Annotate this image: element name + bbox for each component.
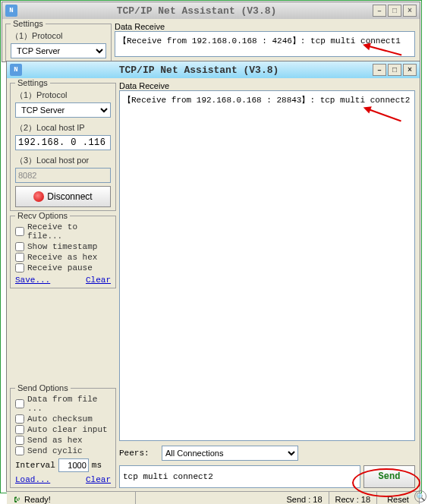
data-receive-label: Data Receive xyxy=(119,81,415,90)
localip-input[interactable] xyxy=(15,135,111,150)
disconnect-button[interactable]: Disconnect xyxy=(15,186,111,207)
receive-textarea[interactable]: 【Receive from 192.168.0.168 : 28843】: tc… xyxy=(119,90,415,441)
send-options-legend: Send Options xyxy=(15,383,71,392)
peers-select[interactable]: All Connections xyxy=(162,446,298,461)
auto-clear-input-checkbox[interactable]: Auto clear input xyxy=(15,425,111,434)
zoom-icon[interactable]: 🔍 xyxy=(414,490,426,502)
app-icon: N xyxy=(5,5,17,17)
send-as-hex-checkbox[interactable]: Send as hex xyxy=(15,436,111,445)
status-send: Send : 18 xyxy=(280,492,329,504)
disconnect-label: Disconnect xyxy=(47,191,92,202)
settings-legend: Settings xyxy=(11,19,46,28)
annotation-ellipse-send xyxy=(352,468,420,497)
settings-fieldset: Settings （1）Protocol TCP Server （2）Local… xyxy=(10,83,116,211)
protocol-label: （1）Protocol xyxy=(11,30,106,42)
window-back: N TCP/IP Net Assistant (V3.8) – □ × Sett… xyxy=(2,2,420,62)
show-timestamp-checkbox[interactable]: Show timestamp xyxy=(15,242,111,251)
minimize-button[interactable]: – xyxy=(373,64,386,76)
recv-as-hex-checkbox[interactable]: Receive as hex xyxy=(15,253,111,262)
recv-save-link[interactable]: Save... xyxy=(15,276,50,285)
app-title: TCP/IP Net Assistant (V3.8) xyxy=(20,5,373,17)
peers-label: Peers: xyxy=(119,449,156,458)
auto-checksum-checkbox[interactable]: Auto checksum xyxy=(15,414,111,424)
localport-label: （3）Local host por xyxy=(15,155,111,166)
minimize-button[interactable]: – xyxy=(373,5,386,17)
window-front: N TCP/IP Net Assistant (V3.8) – □ × Sett… xyxy=(6,61,420,492)
settings-legend: Settings xyxy=(15,78,50,87)
maximize-button[interactable]: □ xyxy=(388,64,401,76)
ready-icon: 🕼 xyxy=(13,495,21,504)
send-input[interactable] xyxy=(119,465,360,488)
recv-to-file-checkbox[interactable]: Receive to file... xyxy=(15,222,111,241)
localport-input[interactable] xyxy=(15,168,111,183)
data-from-file-checkbox[interactable]: Data from file ... xyxy=(15,395,111,413)
recv-options-legend: Recv Options xyxy=(15,211,70,220)
settings-fieldset-back: Settings （1）Protocol TCP Server xyxy=(5,24,112,62)
send-load-link[interactable]: Load... xyxy=(15,475,50,484)
send-cyclic-checkbox[interactable]: Send cyclic xyxy=(15,446,111,455)
statusbar: 🕼Ready! Send : 18 Recv : 18 Reset xyxy=(7,491,420,504)
disconnect-icon xyxy=(33,191,44,202)
app-icon: N xyxy=(10,64,22,76)
recv-pause-checkbox[interactable]: Receive pause xyxy=(15,263,111,272)
maximize-button[interactable]: □ xyxy=(388,5,401,17)
send-clear-link[interactable]: Clear xyxy=(86,475,111,484)
interval-label: Interval xyxy=(15,461,55,470)
close-button[interactable]: × xyxy=(403,64,417,76)
recv-clear-link[interactable]: Clear xyxy=(86,276,111,285)
protocol-select-back[interactable]: TCP Server xyxy=(11,43,106,58)
status-ready: Ready! xyxy=(24,495,51,504)
recv-options-fieldset: Recv Options Receive to file... Show tim… xyxy=(10,216,116,288)
protocol-select[interactable]: TCP Server xyxy=(15,102,111,118)
protocol-label: （1）Protocol xyxy=(15,90,111,101)
localip-label: （2）Local host IP xyxy=(15,122,111,134)
interval-input[interactable] xyxy=(58,458,89,472)
close-button[interactable]: × xyxy=(403,5,417,17)
app-title: TCP/IP Net Assistant (V3.8) xyxy=(25,65,373,76)
data-receive-label: Data Receive xyxy=(115,22,415,31)
send-options-fieldset: Send Options Data from file ... Auto che… xyxy=(10,388,116,488)
titlebar-back[interactable]: N TCP/IP Net Assistant (V3.8) – □ × xyxy=(2,2,420,19)
interval-unit: ms xyxy=(92,461,102,470)
titlebar-front[interactable]: N TCP/IP Net Assistant (V3.8) – □ × xyxy=(7,61,420,78)
